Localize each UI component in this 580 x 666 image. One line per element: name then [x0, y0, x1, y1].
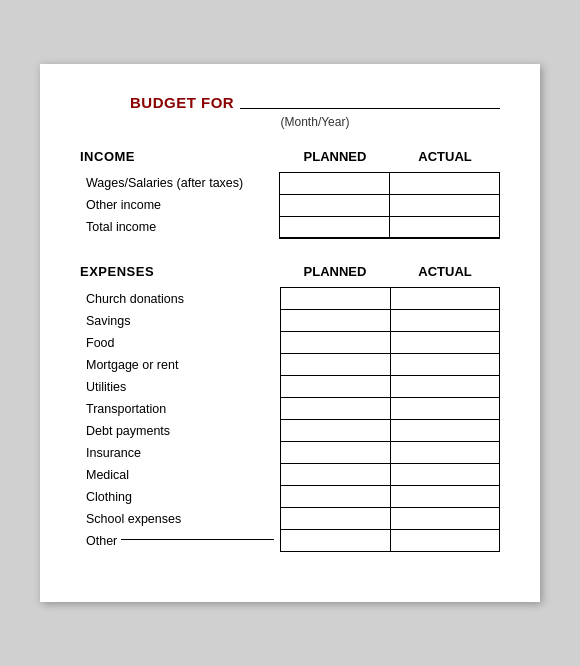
table-row: Medical	[80, 464, 500, 486]
other-line	[121, 539, 274, 540]
table-row: Debt payments	[80, 420, 500, 442]
expense-planned-cell[interactable]	[281, 376, 391, 398]
expense-planned-cell[interactable]	[281, 398, 391, 420]
expenses-actual-header: ACTUAL	[390, 264, 500, 279]
expense-actual-cell[interactable]	[390, 376, 500, 398]
expense-actual-cell[interactable]	[390, 464, 500, 486]
expense-planned-cell[interactable]	[281, 332, 391, 354]
table-row: Savings	[80, 310, 500, 332]
expense-row-label: Debt payments	[80, 420, 281, 442]
income-actual-cell[interactable]	[390, 172, 500, 194]
expense-actual-cell[interactable]	[390, 508, 500, 530]
expense-planned-cell[interactable]	[281, 442, 391, 464]
expense-actual-cell[interactable]	[390, 398, 500, 420]
table-row: Clothing	[80, 486, 500, 508]
table-row: Insurance	[80, 442, 500, 464]
expense-planned-cell[interactable]	[281, 530, 391, 552]
income-planned-header: PLANNED	[280, 149, 390, 164]
income-row-label: Wages/Salaries (after taxes)	[80, 172, 280, 194]
income-planned-cell[interactable]	[280, 172, 390, 194]
table-row: Total income	[80, 216, 500, 238]
table-row: Transportation	[80, 398, 500, 420]
expense-actual-cell[interactable]	[390, 420, 500, 442]
expense-planned-cell[interactable]	[281, 508, 391, 530]
expense-row-label: Savings	[80, 310, 281, 332]
other-label-text: Other	[86, 534, 117, 548]
expense-planned-cell[interactable]	[281, 310, 391, 332]
expense-planned-cell[interactable]	[281, 354, 391, 376]
expense-row-label: Medical	[80, 464, 281, 486]
table-row: Church donations	[80, 288, 500, 310]
month-year-label: (Month/Year)	[80, 115, 500, 129]
expense-actual-cell[interactable]	[390, 288, 500, 310]
expense-actual-cell[interactable]	[390, 442, 500, 464]
expenses-section: EXPENSES PLANNED ACTUAL Church donations…	[80, 264, 500, 552]
table-row: Food	[80, 332, 500, 354]
table-row: Mortgage or rent	[80, 354, 500, 376]
income-row-label: Total income	[80, 216, 280, 238]
expense-row-label: Transportation	[80, 398, 281, 420]
title-row: BUDGET FOR	[80, 94, 500, 111]
title-underline	[240, 108, 500, 109]
income-actual-header: ACTUAL	[390, 149, 500, 164]
expense-row-label: Insurance	[80, 442, 281, 464]
budget-page: BUDGET FOR (Month/Year) INCOME PLANNED A…	[40, 64, 540, 603]
expense-row-label: Other	[80, 530, 280, 552]
expense-row-label: Mortgage or rent	[80, 354, 281, 376]
expense-actual-cell[interactable]	[390, 530, 500, 552]
income-actual-cell[interactable]	[390, 194, 500, 216]
expenses-section-label: EXPENSES	[80, 264, 280, 279]
expense-planned-cell[interactable]	[281, 464, 391, 486]
expense-actual-cell[interactable]	[390, 310, 500, 332]
expenses-planned-header: PLANNED	[280, 264, 390, 279]
table-row: Utilities	[80, 376, 500, 398]
expense-row-label: Church donations	[80, 288, 281, 310]
table-row: Other income	[80, 194, 500, 216]
income-actual-cell[interactable]	[390, 216, 500, 238]
expense-row-label: Utilities	[80, 376, 281, 398]
income-section: INCOME PLANNED ACTUAL Wages/Salaries (af…	[80, 149, 500, 240]
income-header: INCOME PLANNED ACTUAL	[80, 149, 500, 164]
expense-planned-cell[interactable]	[281, 420, 391, 442]
expenses-table: Church donations Savings Food Mortgage o…	[80, 287, 500, 552]
income-section-label: INCOME	[80, 149, 280, 164]
expense-row-label: Food	[80, 332, 281, 354]
income-planned-cell[interactable]	[280, 216, 390, 238]
expense-actual-cell[interactable]	[390, 486, 500, 508]
table-row: School expenses	[80, 508, 500, 530]
expenses-header: EXPENSES PLANNED ACTUAL	[80, 264, 500, 279]
expense-planned-cell[interactable]	[281, 486, 391, 508]
budget-for-label: BUDGET FOR	[130, 94, 234, 111]
table-row: Other	[80, 530, 500, 552]
expense-row-label: Clothing	[80, 486, 281, 508]
expense-actual-cell[interactable]	[390, 332, 500, 354]
expense-planned-cell[interactable]	[281, 288, 391, 310]
income-row-label: Other income	[80, 194, 280, 216]
income-planned-cell[interactable]	[280, 194, 390, 216]
expense-actual-cell[interactable]	[390, 354, 500, 376]
income-table: Wages/Salaries (after taxes) Other incom…	[80, 172, 500, 240]
expense-row-label: School expenses	[80, 508, 281, 530]
table-row: Wages/Salaries (after taxes)	[80, 172, 500, 194]
